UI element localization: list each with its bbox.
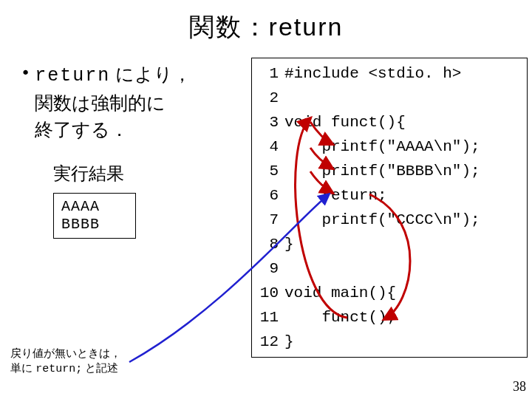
code-line: 8} xyxy=(256,232,522,256)
bullet-mono: return xyxy=(35,65,110,86)
footnote: 戻り値が無いときは， 単に return; と記述 xyxy=(10,346,121,377)
code-line: 4 printf("AAAA\n"); xyxy=(256,134,522,159)
bullet-text: return により， 関数は強制的に 終了する． xyxy=(35,61,191,143)
code-line: 11 funct(); xyxy=(256,305,522,330)
code-line: 6 return; xyxy=(256,183,522,208)
code-line: 3void funct(){ xyxy=(256,110,522,134)
code-line: 5 printf("BBBB\n"); xyxy=(256,159,522,183)
result-line-1: AAAA xyxy=(61,198,128,216)
bullet-item: • return により， 関数は強制的に 終了する． xyxy=(21,61,250,143)
result-line-2: BBBB xyxy=(61,216,128,233)
footnote-suffix: と記述 xyxy=(82,361,118,374)
left-column: • return により， 関数は強制的に 終了する． 実行結果 AAAA BB… xyxy=(21,61,250,239)
result-label: 実行結果 xyxy=(53,162,250,185)
footnote-line1: 戻り値が無いときは， xyxy=(10,346,121,361)
code-line: 12} xyxy=(256,330,522,354)
slide-title: 関数：return xyxy=(0,0,532,44)
bullet-marker: • xyxy=(21,61,30,86)
footnote-mono: return; xyxy=(35,363,82,375)
footnote-prefix: 単に xyxy=(10,361,35,374)
code-box: 1#include <stdio. h> 2 3void funct(){ 4 … xyxy=(251,58,528,358)
bullet-rest1: により， xyxy=(110,64,191,84)
code-line: 7 printf("CCCC\n"); xyxy=(256,208,522,232)
code-line: 2 xyxy=(256,86,522,110)
bullet-line2: 関数は強制的に xyxy=(35,92,166,113)
slide: 関数：return • return により， 関数は強制的に 終了する． 実行… xyxy=(0,0,532,399)
code-line: 1#include <stdio. h> xyxy=(256,61,522,86)
code-line: 9 xyxy=(256,256,522,281)
footnote-line2: 単に return; と記述 xyxy=(10,361,121,377)
bullet-line3: 終了する． xyxy=(35,119,129,140)
page-number: 38 xyxy=(513,379,526,395)
result-box: AAAA BBBB xyxy=(53,193,136,239)
code-line: 10void main(){ xyxy=(256,281,522,305)
